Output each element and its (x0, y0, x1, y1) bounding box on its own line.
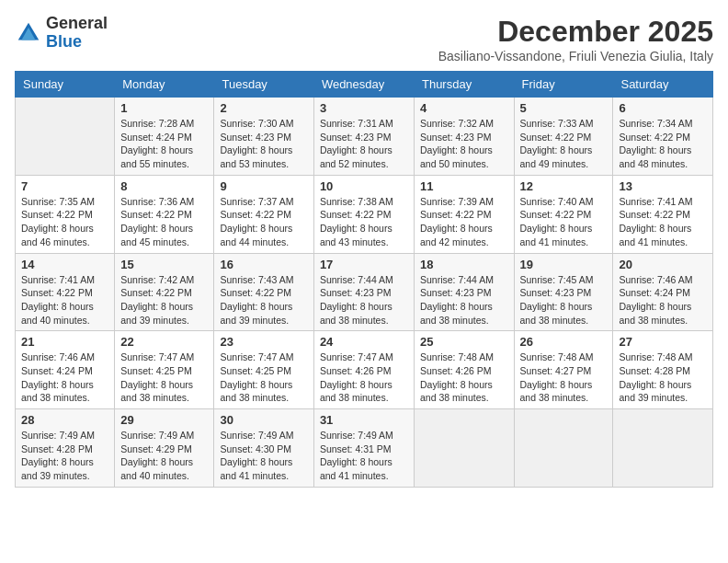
calendar-cell: 7Sunrise: 7:35 AM Sunset: 4:22 PM Daylig… (16, 175, 115, 253)
day-number: 16 (220, 258, 307, 271)
weekday-header: Saturday (613, 72, 713, 98)
day-info: Sunrise: 7:36 AM Sunset: 4:22 PM Dayligh… (120, 195, 208, 249)
day-info: Sunrise: 7:42 AM Sunset: 4:22 PM Dayligh… (120, 273, 208, 327)
day-number: 22 (120, 335, 208, 349)
calendar-cell: 18Sunrise: 7:44 AM Sunset: 4:23 PM Dayli… (414, 253, 514, 331)
weekday-header: Sunday (16, 72, 115, 98)
calendar-cell: 24Sunrise: 7:47 AM Sunset: 4:26 PM Dayli… (313, 331, 414, 409)
day-number: 5 (520, 101, 608, 115)
logo-blue: Blue (46, 32, 82, 51)
day-info: Sunrise: 7:44 AM Sunset: 4:23 PM Dayligh… (320, 273, 408, 327)
day-number: 15 (120, 258, 208, 271)
day-number: 13 (619, 179, 707, 193)
day-info: Sunrise: 7:47 AM Sunset: 4:25 PM Dayligh… (120, 350, 208, 405)
logo-icon (15, 19, 42, 47)
day-number: 6 (619, 101, 707, 115)
day-number: 24 (320, 335, 408, 349)
calendar-cell: 19Sunrise: 7:45 AM Sunset: 4:23 PM Dayli… (514, 253, 613, 331)
logo: General Blue (15, 15, 108, 52)
day-info: Sunrise: 7:49 AM Sunset: 4:29 PM Dayligh… (120, 429, 208, 483)
calendar-cell: 13Sunrise: 7:41 AM Sunset: 4:22 PM Dayli… (613, 175, 713, 253)
calendar-cell: 3Sunrise: 7:31 AM Sunset: 4:23 PM Daylig… (313, 98, 414, 176)
day-info: Sunrise: 7:32 AM Sunset: 4:23 PM Dayligh… (420, 117, 508, 171)
calendar-cell: 26Sunrise: 7:48 AM Sunset: 4:27 PM Dayli… (514, 331, 613, 409)
day-number: 26 (520, 335, 608, 349)
calendar-cell: 5Sunrise: 7:33 AM Sunset: 4:22 PM Daylig… (514, 98, 613, 176)
calendar-cell: 17Sunrise: 7:44 AM Sunset: 4:23 PM Dayli… (313, 253, 414, 331)
calendar-cell: 6Sunrise: 7:34 AM Sunset: 4:22 PM Daylig… (613, 98, 713, 176)
day-info: Sunrise: 7:37 AM Sunset: 4:22 PM Dayligh… (220, 195, 307, 249)
day-info: Sunrise: 7:35 AM Sunset: 4:22 PM Dayligh… (21, 195, 108, 249)
day-number: 31 (320, 413, 408, 427)
day-number: 12 (520, 179, 608, 193)
day-info: Sunrise: 7:46 AM Sunset: 4:24 PM Dayligh… (21, 350, 108, 405)
calendar-week-row: 14Sunrise: 7:41 AM Sunset: 4:22 PM Dayli… (16, 253, 713, 331)
calendar-cell: 28Sunrise: 7:49 AM Sunset: 4:28 PM Dayli… (16, 409, 115, 488)
calendar-week-row: 21Sunrise: 7:46 AM Sunset: 4:24 PM Dayli… (16, 331, 713, 409)
day-number: 18 (420, 258, 508, 271)
day-info: Sunrise: 7:38 AM Sunset: 4:22 PM Dayligh… (320, 195, 408, 249)
day-number: 14 (21, 258, 108, 271)
day-info: Sunrise: 7:34 AM Sunset: 4:22 PM Dayligh… (619, 117, 707, 171)
day-number: 20 (619, 258, 707, 271)
calendar-cell: 16Sunrise: 7:43 AM Sunset: 4:22 PM Dayli… (214, 253, 313, 331)
calendar-cell: 12Sunrise: 7:40 AM Sunset: 4:22 PM Dayli… (514, 175, 613, 253)
day-info: Sunrise: 7:43 AM Sunset: 4:22 PM Dayligh… (220, 273, 307, 327)
calendar-cell: 20Sunrise: 7:46 AM Sunset: 4:24 PM Dayli… (613, 253, 713, 331)
day-number: 1 (120, 101, 208, 115)
calendar-cell: 21Sunrise: 7:46 AM Sunset: 4:24 PM Dayli… (16, 331, 115, 409)
day-info: Sunrise: 7:41 AM Sunset: 4:22 PM Dayligh… (21, 273, 108, 327)
day-info: Sunrise: 7:47 AM Sunset: 4:26 PM Dayligh… (320, 350, 408, 405)
logo-general: General (46, 14, 108, 32)
day-number: 11 (420, 179, 508, 193)
calendar-cell: 23Sunrise: 7:47 AM Sunset: 4:25 PM Dayli… (214, 331, 313, 409)
calendar-cell (514, 409, 613, 488)
calendar-cell (414, 409, 514, 488)
day-number: 27 (619, 335, 707, 349)
calendar-cell: 27Sunrise: 7:48 AM Sunset: 4:28 PM Dayli… (613, 331, 713, 409)
day-info: Sunrise: 7:30 AM Sunset: 4:23 PM Dayligh… (220, 117, 307, 171)
logo-text: General Blue (46, 15, 108, 52)
day-info: Sunrise: 7:48 AM Sunset: 4:27 PM Dayligh… (520, 350, 608, 405)
calendar-cell: 15Sunrise: 7:42 AM Sunset: 4:22 PM Dayli… (115, 253, 214, 331)
day-number: 17 (320, 258, 408, 271)
calendar-cell: 1Sunrise: 7:28 AM Sunset: 4:24 PM Daylig… (115, 98, 214, 176)
day-info: Sunrise: 7:45 AM Sunset: 4:23 PM Dayligh… (520, 273, 608, 327)
day-number: 10 (320, 179, 408, 193)
calendar-week-row: 1Sunrise: 7:28 AM Sunset: 4:24 PM Daylig… (16, 98, 713, 176)
calendar-cell (16, 98, 115, 176)
day-info: Sunrise: 7:47 AM Sunset: 4:25 PM Dayligh… (220, 350, 307, 405)
day-info: Sunrise: 7:48 AM Sunset: 4:26 PM Dayligh… (420, 350, 508, 405)
day-number: 4 (420, 101, 508, 115)
day-info: Sunrise: 7:28 AM Sunset: 4:24 PM Dayligh… (120, 117, 208, 171)
calendar-cell: 2Sunrise: 7:30 AM Sunset: 4:23 PM Daylig… (214, 98, 313, 176)
day-number: 28 (21, 413, 108, 427)
day-info: Sunrise: 7:40 AM Sunset: 4:22 PM Dayligh… (520, 195, 608, 249)
weekday-header: Friday (514, 72, 613, 98)
day-info: Sunrise: 7:49 AM Sunset: 4:30 PM Dayligh… (220, 429, 307, 483)
day-number: 9 (220, 179, 307, 193)
calendar-cell: 14Sunrise: 7:41 AM Sunset: 4:22 PM Dayli… (16, 253, 115, 331)
calendar-cell: 10Sunrise: 7:38 AM Sunset: 4:22 PM Dayli… (313, 175, 414, 253)
month-title: December 2025 (438, 15, 713, 49)
calendar-cell: 25Sunrise: 7:48 AM Sunset: 4:26 PM Dayli… (414, 331, 514, 409)
calendar-cell: 8Sunrise: 7:36 AM Sunset: 4:22 PM Daylig… (115, 175, 214, 253)
day-info: Sunrise: 7:49 AM Sunset: 4:28 PM Dayligh… (21, 429, 108, 483)
page-header: General Blue December 2025 Basiliano-Vis… (15, 15, 713, 63)
calendar-cell: 11Sunrise: 7:39 AM Sunset: 4:22 PM Dayli… (414, 175, 514, 253)
calendar-cell: 9Sunrise: 7:37 AM Sunset: 4:22 PM Daylig… (214, 175, 313, 253)
day-info: Sunrise: 7:46 AM Sunset: 4:24 PM Dayligh… (619, 273, 707, 327)
day-number: 3 (320, 101, 408, 115)
weekday-header: Monday (115, 72, 214, 98)
day-info: Sunrise: 7:41 AM Sunset: 4:22 PM Dayligh… (619, 195, 707, 249)
calendar-cell: 30Sunrise: 7:49 AM Sunset: 4:30 PM Dayli… (214, 409, 313, 488)
calendar-cell: 29Sunrise: 7:49 AM Sunset: 4:29 PM Dayli… (115, 409, 214, 488)
calendar-cell: 22Sunrise: 7:47 AM Sunset: 4:25 PM Dayli… (115, 331, 214, 409)
day-info: Sunrise: 7:48 AM Sunset: 4:28 PM Dayligh… (619, 350, 707, 405)
calendar-cell (613, 409, 713, 488)
calendar-table: SundayMondayTuesdayWednesdayThursdayFrid… (15, 71, 713, 488)
day-info: Sunrise: 7:39 AM Sunset: 4:22 PM Dayligh… (420, 195, 508, 249)
day-number: 25 (420, 335, 508, 349)
day-number: 19 (520, 258, 608, 271)
weekday-header: Thursday (414, 72, 514, 98)
